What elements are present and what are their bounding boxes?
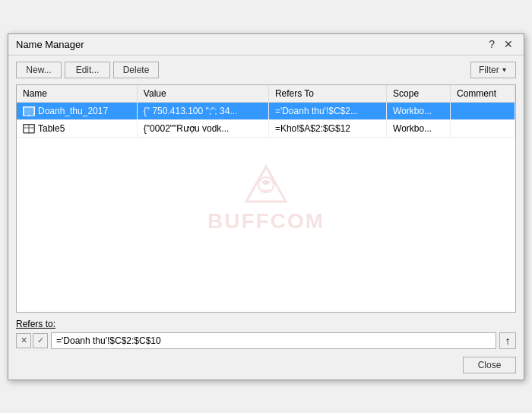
svg-point-9 bbox=[258, 177, 274, 192]
names-table-container: Name Value Refers To Scope Comment Doanh… bbox=[16, 84, 516, 313]
table-row[interactable]: Table5{"0002""Rượu vodk...=Kho!$A$2:$G$1… bbox=[17, 119, 515, 137]
edit-button[interactable]: Edit... bbox=[65, 62, 110, 78]
close-title-button[interactable]: ✕ bbox=[501, 39, 516, 49]
bottom-bar: Close bbox=[8, 352, 524, 380]
close-button[interactable]: Close bbox=[463, 357, 516, 373]
watermark-text: BUFFCOM bbox=[207, 209, 325, 234]
svg-rect-4 bbox=[30, 113, 33, 116]
toolbar-left: New... Edit... Delete bbox=[16, 62, 159, 78]
cell-name: Table5 bbox=[17, 119, 137, 137]
table-icon bbox=[23, 124, 35, 133]
svg-rect-2 bbox=[30, 108, 33, 111]
col-header-name: Name bbox=[17, 85, 137, 103]
col-header-value: Value bbox=[137, 85, 268, 103]
cell-comment bbox=[450, 119, 515, 137]
title-bar: Name Manager ? ✕ bbox=[8, 34, 524, 56]
col-header-scope: Scope bbox=[387, 85, 451, 103]
cell-value: {"0002""Rượu vodk... bbox=[137, 119, 268, 137]
svg-marker-8 bbox=[246, 167, 286, 202]
refers-to-input[interactable] bbox=[51, 332, 496, 349]
cell-scope: Workbo... bbox=[387, 102, 451, 119]
watermark: BUFFCOM bbox=[207, 164, 325, 234]
cell-comment bbox=[450, 102, 515, 119]
name-manager-dialog: Name Manager ? ✕ New... Edit... Delete F… bbox=[8, 33, 524, 380]
cell-scope: Workbo... bbox=[387, 119, 451, 137]
cell-name-text: Doanh_thu_2017 bbox=[38, 106, 108, 116]
toolbar: New... Edit... Delete Filter bbox=[8, 56, 524, 84]
names-table: Name Value Refers To Scope Comment Doanh… bbox=[17, 85, 515, 138]
range-icon bbox=[23, 106, 35, 116]
col-header-refers-to: Refers To bbox=[268, 85, 386, 103]
table-header-row: Name Value Refers To Scope Comment bbox=[17, 85, 515, 103]
new-button[interactable]: New... bbox=[16, 62, 62, 78]
confirm-edit-icon[interactable]: ✓ bbox=[33, 333, 48, 348]
refers-to-section: Refers to: ✕ ✓ ↑ bbox=[8, 313, 524, 352]
cancel-edit-icon[interactable]: ✕ bbox=[16, 333, 31, 348]
cell-name: Doanh_thu_2017 bbox=[17, 102, 137, 119]
title-bar-controls: ? ✕ bbox=[486, 39, 516, 49]
col-header-comment: Comment bbox=[450, 85, 515, 103]
cell-refers-to: =Kho!$A$2:$G$12 bbox=[268, 119, 386, 137]
refers-to-label: Refers to: bbox=[16, 319, 516, 329]
cell-name-text: Table5 bbox=[38, 123, 65, 134]
watermark-icon bbox=[243, 164, 289, 209]
delete-button[interactable]: Delete bbox=[113, 62, 159, 78]
help-button[interactable]: ? bbox=[486, 39, 498, 49]
svg-rect-3 bbox=[24, 113, 28, 116]
expand-icon[interactable]: ↑ bbox=[499, 332, 516, 349]
dialog-title: Name Manager bbox=[16, 39, 84, 50]
svg-rect-1 bbox=[24, 108, 28, 111]
cell-refers-to: ='Doanh thu'!$C$2... bbox=[268, 102, 386, 119]
refers-to-icons: ✕ ✓ bbox=[16, 333, 48, 348]
filter-button[interactable]: Filter bbox=[470, 62, 516, 78]
table-row[interactable]: Doanh_thu_2017{" 750.413.100 ";"; 34...=… bbox=[17, 102, 515, 119]
refers-to-input-row: ✕ ✓ ↑ bbox=[16, 332, 516, 349]
cell-value: {" 750.413.100 ";"; 34... bbox=[137, 102, 268, 119]
